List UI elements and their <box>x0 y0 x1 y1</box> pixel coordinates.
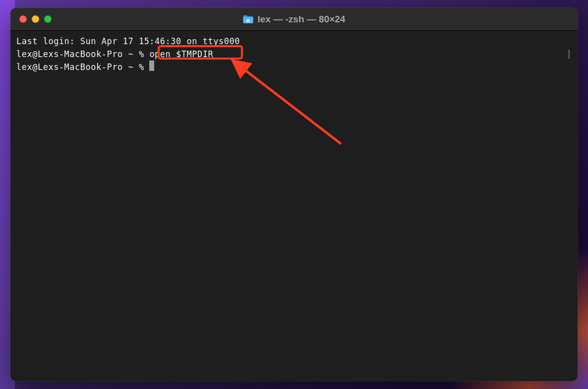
window-traffic-lights <box>19 15 52 23</box>
zoom-button[interactable] <box>44 15 52 23</box>
window-title-group: lex — -zsh — 80×24 <box>243 14 346 25</box>
terminal-cursor <box>149 61 154 71</box>
prompt-line-2: lex@Lexs-MacBook-Pro ~ % <box>16 61 572 73</box>
last-login-line: Last login: Sun Apr 17 15:46:30 on ttys0… <box>16 35 572 48</box>
terminal-window: lex — -zsh — 80×24 Last login: Sun Apr 1… <box>10 8 578 381</box>
close-button[interactable] <box>19 15 27 23</box>
folder-home-icon <box>243 15 254 24</box>
window-title-text: lex — -zsh — 80×24 <box>258 14 346 25</box>
terminal-body[interactable]: Last login: Sun Apr 17 15:46:30 on ttys0… <box>10 31 578 381</box>
prompt-2: lex@Lexs-MacBook-Pro ~ % <box>16 62 149 72</box>
prompt-line-1: lex@Lexs-MacBook-Pro ~ % open $TMPDIR] <box>16 48 572 61</box>
line-continuation-bracket: ] <box>566 48 572 61</box>
minimize-button[interactable] <box>32 15 39 23</box>
prompt-1: lex@Lexs-MacBook-Pro ~ % <box>16 49 149 59</box>
svg-line-1 <box>235 62 341 144</box>
window-titlebar[interactable]: lex — -zsh — 80×24 <box>10 8 578 31</box>
command-text: open $TMPDIR <box>149 49 213 59</box>
